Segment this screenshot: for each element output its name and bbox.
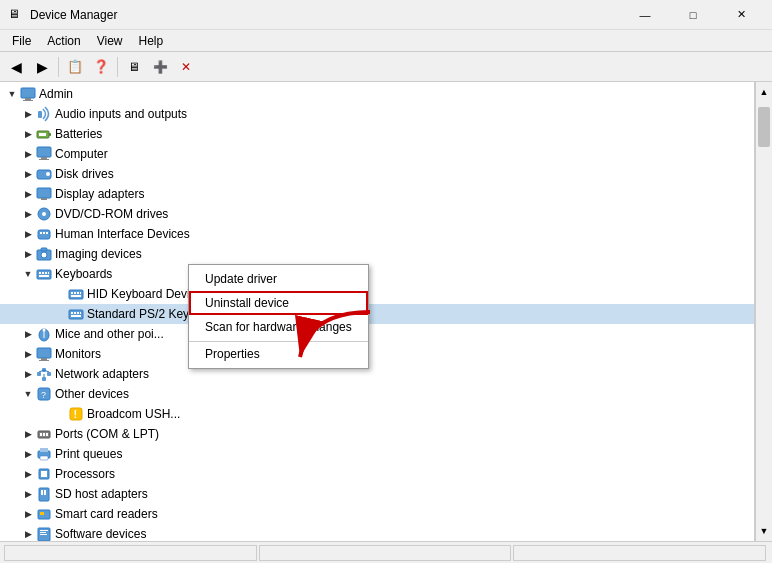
svg-rect-23 bbox=[37, 270, 51, 279]
tree-label-network: Network adapters bbox=[55, 367, 149, 381]
tree-item-ports[interactable]: ▶ Ports (COM & LPT) bbox=[0, 424, 754, 444]
close-button[interactable]: ✕ bbox=[718, 4, 764, 26]
expand-print[interactable]: ▶ bbox=[20, 446, 36, 462]
svg-rect-13 bbox=[41, 198, 47, 200]
svg-rect-61 bbox=[46, 433, 48, 436]
expand-dvd[interactable]: ▶ bbox=[20, 206, 36, 222]
context-properties[interactable]: Properties bbox=[189, 341, 368, 366]
toolbar-back[interactable]: ◀ bbox=[4, 55, 28, 79]
svg-rect-66 bbox=[41, 471, 47, 477]
svg-rect-18 bbox=[43, 232, 45, 234]
expand-sd[interactable]: ▶ bbox=[20, 486, 36, 502]
expand-keyboards[interactable]: ▼ bbox=[20, 266, 36, 282]
scroll-up[interactable]: ▲ bbox=[756, 82, 772, 102]
tree-item-mice[interactable]: ▶ Mice and other poi... bbox=[0, 324, 754, 344]
tree-item-software[interactable]: ▶ Software devices bbox=[0, 524, 754, 541]
icon-smartcard bbox=[36, 506, 52, 522]
minimize-button[interactable]: — bbox=[622, 4, 668, 26]
icon-battery bbox=[36, 126, 52, 142]
expand-admin[interactable]: ▼ bbox=[4, 86, 20, 102]
tree-item-processors[interactable]: ▶ Processors bbox=[0, 464, 754, 484]
tree-label-software: Software devices bbox=[55, 527, 146, 541]
toolbar-forward[interactable]: ▶ bbox=[30, 55, 54, 79]
expand-monitors[interactable]: ▶ bbox=[20, 346, 36, 362]
svg-rect-68 bbox=[41, 490, 43, 495]
menu-action[interactable]: Action bbox=[39, 32, 88, 50]
context-scan-hardware[interactable]: Scan for hardware changes bbox=[189, 315, 368, 339]
device-tree[interactable]: ▼ Admin ▶ Audio inputs and outputs ▶ Bat… bbox=[0, 82, 755, 541]
expand-ports[interactable]: ▶ bbox=[20, 426, 36, 442]
svg-rect-44 bbox=[37, 348, 51, 358]
expand-mice[interactable]: ▶ bbox=[20, 326, 36, 342]
svg-rect-16 bbox=[38, 230, 50, 239]
tree-item-ps2-keyboard[interactable]: Standard PS/2 Keyboard bbox=[0, 304, 754, 324]
toolbar-add[interactable]: ➕ bbox=[148, 55, 172, 79]
tree-item-other[interactable]: ▼ ? Other devices bbox=[0, 384, 754, 404]
tree-item-admin[interactable]: ▼ Admin bbox=[0, 84, 754, 104]
vertical-scrollbar[interactable]: ▲ ▼ bbox=[755, 82, 772, 541]
svg-rect-38 bbox=[77, 312, 79, 314]
expand-other[interactable]: ▼ bbox=[20, 386, 36, 402]
expand-display[interactable]: ▶ bbox=[20, 186, 36, 202]
maximize-button[interactable]: □ bbox=[670, 4, 716, 26]
tree-item-monitors[interactable]: ▶ Monitors bbox=[0, 344, 754, 364]
toolbar-scan[interactable]: 🖥 bbox=[122, 55, 146, 79]
svg-rect-63 bbox=[40, 448, 48, 452]
menu-file[interactable]: File bbox=[4, 32, 39, 50]
menu-view[interactable]: View bbox=[89, 32, 131, 50]
toolbar-help[interactable]: ❓ bbox=[89, 55, 113, 79]
expand-ps2-keyboard bbox=[52, 306, 68, 322]
expand-processors[interactable]: ▶ bbox=[20, 466, 36, 482]
tree-item-broadcom[interactable]: ! Broadcom USH... bbox=[0, 404, 754, 424]
tree-label-audio: Audio inputs and outputs bbox=[55, 107, 187, 121]
scroll-thumb[interactable] bbox=[758, 107, 770, 147]
svg-rect-27 bbox=[48, 272, 49, 274]
expand-imaging[interactable]: ▶ bbox=[20, 246, 36, 262]
context-update-driver[interactable]: Update driver bbox=[189, 267, 368, 291]
expand-disk[interactable]: ▶ bbox=[20, 166, 36, 182]
svg-rect-34 bbox=[71, 295, 81, 297]
svg-rect-31 bbox=[74, 292, 76, 294]
tree-item-batteries[interactable]: ▶ Batteries bbox=[0, 124, 754, 144]
tree-label-disk: Disk drives bbox=[55, 167, 114, 181]
svg-rect-22 bbox=[41, 248, 47, 251]
tree-item-hid[interactable]: ▶ Human Interface Devices bbox=[0, 224, 754, 244]
expand-software[interactable]: ▶ bbox=[20, 526, 36, 541]
tree-label-smartcard: Smart card readers bbox=[55, 507, 158, 521]
tree-item-audio[interactable]: ▶ Audio inputs and outputs bbox=[0, 104, 754, 124]
expand-network[interactable]: ▶ bbox=[20, 366, 36, 382]
menu-help[interactable]: Help bbox=[131, 32, 172, 50]
tree-item-hid-keyboard[interactable]: HID Keyboard Device bbox=[0, 284, 754, 304]
tree-item-network[interactable]: ▶ Network adapters bbox=[0, 364, 754, 384]
svg-rect-45 bbox=[41, 358, 47, 360]
tree-item-sd[interactable]: ▶ SD host adapters bbox=[0, 484, 754, 504]
svg-rect-1 bbox=[25, 98, 31, 100]
expand-computer[interactable]: ▶ bbox=[20, 146, 36, 162]
context-uninstall-device[interactable]: Uninstall device bbox=[189, 291, 368, 315]
tree-item-dvd[interactable]: ▶ DVD/CD-ROM drives bbox=[0, 204, 754, 224]
expand-hid[interactable]: ▶ bbox=[20, 226, 36, 242]
tree-item-display[interactable]: ▶ Display adapters bbox=[0, 184, 754, 204]
tree-item-computer[interactable]: ▶ Computer bbox=[0, 144, 754, 164]
svg-rect-35 bbox=[69, 310, 83, 319]
icon-ps2-keyboard bbox=[68, 306, 84, 322]
tree-label-hid-keyboard: HID Keyboard Device bbox=[87, 287, 202, 301]
expand-batteries[interactable]: ▶ bbox=[20, 126, 36, 142]
toolbar: ◀ ▶ 📋 ❓ 🖥 ➕ ✕ bbox=[0, 52, 772, 82]
tree-label-monitors: Monitors bbox=[55, 347, 101, 361]
tree-label-print: Print queues bbox=[55, 447, 122, 461]
icon-print bbox=[36, 446, 52, 462]
tree-item-keyboards[interactable]: ▼ Keyboards bbox=[0, 264, 754, 284]
expand-smartcard[interactable]: ▶ bbox=[20, 506, 36, 522]
svg-rect-6 bbox=[39, 133, 46, 136]
toolbar-properties[interactable]: 📋 bbox=[63, 55, 87, 79]
expand-audio[interactable]: ▶ bbox=[20, 106, 36, 122]
scroll-down[interactable]: ▼ bbox=[756, 521, 772, 541]
tree-item-smartcard[interactable]: ▶ Smart card readers bbox=[0, 504, 754, 524]
tree-item-print[interactable]: ▶ Print queues bbox=[0, 444, 754, 464]
tree-item-imaging[interactable]: ▶ Imaging devices bbox=[0, 244, 754, 264]
toolbar-remove[interactable]: ✕ bbox=[174, 55, 198, 79]
status-section-2 bbox=[259, 545, 512, 561]
icon-software bbox=[36, 526, 52, 541]
tree-item-disk[interactable]: ▶ Disk drives bbox=[0, 164, 754, 184]
